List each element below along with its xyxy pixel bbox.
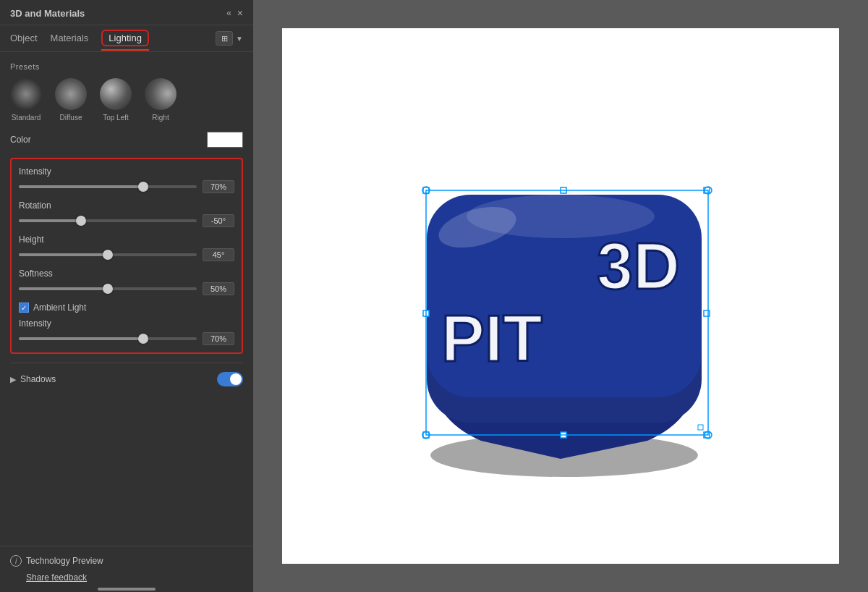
presets-label: Presets [10,62,243,71]
softness-section: Softness 50% [19,268,234,295]
intensity-slider-fill [19,185,143,188]
softness-slider-fill [19,287,108,290]
intensity-value[interactable]: 70% [203,180,234,193]
height-slider-track[interactable] [19,253,197,256]
tab-lighting[interactable]: Lighting [101,33,149,51]
ambient-intensity-slider-track[interactable] [19,337,197,340]
preset-topleft-icon [100,78,132,110]
preset-diffuse-icon [55,78,87,110]
shadows-label: Shadows [20,374,56,384]
preset-topleft-label: Top Left [103,114,129,122]
tab-bar: Object Materials Lighting ⊞ ▼ [0,25,253,52]
horizontal-scrollbar[interactable] [98,588,156,591]
info-icon[interactable]: i [10,555,22,567]
ambient-light-row: ✓ Ambient Light [19,303,234,313]
rotation-slider-fill [19,219,81,222]
preset-standard-label: Standard [12,114,41,122]
intensity-slider-track[interactable] [19,185,197,188]
panel-icon-button[interactable]: ⊞ [216,31,233,46]
height-label: Height [19,234,234,245]
softness-value[interactable]: 50% [203,282,234,295]
softness-slider-row: 50% [19,282,234,295]
tech-preview-row: i Technology Preview [10,555,243,567]
panel-footer: i Technology Preview Share feedback [0,546,253,592]
rotation-slider-thumb[interactable] [76,216,86,226]
ambient-intensity-section: Intensity 70% [19,318,234,345]
height-value[interactable]: 45° [203,248,234,261]
panel-content: Presets Standard Diffuse Top Left Right … [0,52,253,546]
color-row: Color [10,132,243,148]
panel: 3D and Materials « × Object Materials Li… [0,0,253,592]
ambient-light-checkbox[interactable]: ✓ [19,303,29,313]
object-container: 3D PIT 3D PIT [282,28,839,564]
checkmark-icon: ✓ [21,304,27,312]
panel-header: 3D and Materials « × [0,0,253,25]
preset-diffuse-label: Diffuse [60,114,82,122]
preset-right[interactable]: Right [145,78,176,122]
shadows-left: ▶ Shadows [10,374,56,384]
preset-topleft[interactable]: Top Left [100,78,132,122]
height-slider-row: 45° [19,248,234,261]
dropdown-arrow-icon[interactable]: ▼ [236,35,243,43]
tab-materials[interactable]: Materials [51,33,89,51]
rotation-slider-row: -50° [19,214,234,227]
tech-preview-label: Technology Preview [26,556,103,566]
text-pit-stroke: PIT [441,303,542,375]
softness-slider-thumb[interactable] [103,284,113,294]
softness-slider-track[interactable] [19,287,197,290]
color-label: Color [10,135,31,145]
panel-collapse-icon[interactable]: « [226,8,231,18]
intensity-slider-row: 70% [19,180,234,193]
height-slider-thumb[interactable] [103,250,113,260]
ambient-intensity-label: Intensity [19,318,234,329]
ambient-intensity-slider-thumb[interactable] [138,334,148,344]
tab-object[interactable]: Object [10,33,38,51]
shadows-expand-icon[interactable]: ▶ [10,375,16,384]
presets-row: Standard Diffuse Top Left Right [10,78,243,122]
preset-standard-icon [10,78,42,110]
intensity-slider-thumb[interactable] [138,182,148,192]
rotation-value[interactable]: -50° [203,214,234,227]
softness-label: Softness [19,268,234,279]
rotation-label: Rotation [19,200,234,211]
3d-object-svg: 3D PIT 3D PIT [373,101,749,491]
preset-standard[interactable]: Standard [10,78,42,122]
canvas-inner: 3D PIT 3D PIT [282,28,839,564]
grid-icon: ⊞ [221,34,228,43]
sel-inner-handle-br [698,425,703,430]
panel-title: 3D and Materials [10,8,85,19]
ambient-intensity-slider-row: 70% [19,332,234,345]
text-3d-stroke: 3D [597,230,680,303]
rotation-section: Rotation -50° [19,200,234,227]
ambient-intensity-slider-fill [19,337,143,340]
preset-right-icon [145,78,176,110]
share-feedback-link[interactable]: Share feedback [10,572,87,583]
intensity-label: Intensity [19,166,234,177]
preset-right-label: Right [152,114,169,122]
shadows-row: ▶ Shadows [10,363,243,395]
height-slider-fill [19,253,108,256]
shadows-toggle-knob [230,373,242,385]
height-section: Height 45° [19,234,234,261]
canvas-area: 3D PIT 3D PIT [253,0,868,592]
ambient-intensity-value[interactable]: 70% [203,332,234,345]
sel-handle-rm [704,310,710,316]
shadows-toggle[interactable] [217,372,243,386]
preset-diffuse[interactable]: Diffuse [55,78,87,122]
panel-close-icon[interactable]: × [237,7,243,19]
light-settings-box: Intensity 70% Rotation -50° [10,158,243,354]
intensity-section: Intensity 70% [19,166,234,193]
ambient-light-label: Ambient Light [33,303,86,313]
rotation-slider-track[interactable] [19,219,197,222]
color-swatch[interactable] [207,132,243,148]
